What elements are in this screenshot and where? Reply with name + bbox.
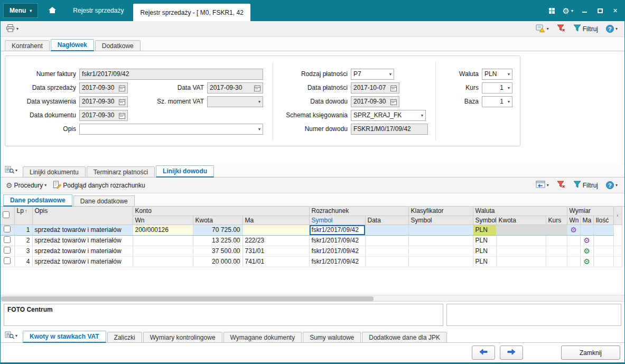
window-tab-rejestr-sprzedazy[interactable]: Rejestr sprzedaży: [63, 0, 133, 21]
cell-waluta-symbol[interactable]: PLN: [473, 235, 496, 246]
cell-klasyfikator-symbol[interactable]: [408, 235, 473, 246]
column-header-rozrachunek-symbol[interactable]: Symbol: [309, 216, 365, 225]
procedury-button[interactable]: ⚙ Procedury ▾: [4, 181, 48, 190]
waluta-dropdown[interactable]: PLN ▾: [482, 69, 512, 80]
cell-waluta-symbol[interactable]: PLN: [473, 256, 496, 267]
table-row-1[interactable]: 1 sprzedaż towarów i materiałów 200/0001…: [1, 225, 622, 235]
cell-waluta-kwota[interactable]: [496, 256, 546, 267]
cell-opis[interactable]: sprzedaż towarów i materiałów: [32, 235, 133, 246]
dimensions-gear-icon[interactable]: ⚙: [583, 247, 590, 255]
column-header-rozrachunek-data[interactable]: Data: [365, 216, 408, 225]
data-platnosci-field[interactable]: 2017-10-07: [351, 82, 399, 94]
chevron-down-icon[interactable]: ▾: [256, 99, 260, 104]
cell-wymiar-ilosc[interactable]: [593, 225, 613, 235]
calendar-icon[interactable]: [390, 99, 397, 105]
table-row-4[interactable]: 4 sprzedaż towarów i materiałów 20 000.0…: [1, 256, 622, 267]
cell-waluta-kurs[interactable]: [546, 235, 567, 246]
cell-klasyfikator-symbol[interactable]: [408, 246, 473, 256]
filter-button[interactable]: Filtruj: [572, 23, 600, 34]
tab-sumy-walutowe[interactable]: Sumy walutowe: [303, 332, 361, 343]
numer-dowodu-field[interactable]: FSKR1/M0/17/09/42: [351, 124, 428, 135]
cell-klasyfikator-symbol[interactable]: [408, 256, 473, 267]
column-group-wymiar[interactable]: Wymiar: [567, 207, 613, 216]
column-header-waluta-kurs[interactable]: Kurs: [546, 216, 567, 225]
column-header-waluta-symbol[interactable]: Symbol: [473, 216, 496, 225]
column-group-rozrachunek[interactable]: Rozrachunek: [309, 207, 408, 216]
cell-kwota[interactable]: 13 225.00: [193, 235, 242, 246]
cell-rozrachunek-symbol[interactable]: fskr1/2017/09/42: [309, 246, 365, 256]
cell-konto-ma[interactable]: 741/01: [242, 256, 309, 267]
schemat-ksiegowania-dropdown[interactable]: SPRZ_KRAJ_FK ▾: [351, 110, 426, 121]
cell-lp[interactable]: 2: [14, 235, 32, 246]
cell-kwota[interactable]: 37 500.00: [193, 246, 242, 256]
cell-rozrachunek-data[interactable]: [365, 256, 408, 267]
calendar-icon[interactable]: [119, 113, 125, 119]
cell-konto-wn[interactable]: [133, 246, 193, 256]
data-sprzedazy-field[interactable]: 2017-09-30: [79, 82, 128, 94]
cell-lp[interactable]: 4: [14, 256, 32, 267]
tab-dane-dodatkowe[interactable]: Dane dodatkowe: [73, 195, 135, 207]
apps-grid-icon[interactable]: [545, 0, 558, 21]
clear-filter-button[interactable]: [555, 180, 567, 191]
tab-wymiary-kontrolingowe[interactable]: Wymiary kontrolingowe: [143, 332, 222, 343]
tab-wymagane-dokumenty[interactable]: Wymagane dokumenty: [223, 332, 302, 343]
cell-rozrachunek-symbol[interactable]: fskr1/2017/09/42: [309, 235, 365, 246]
cell-wymiar-ilosc[interactable]: [593, 246, 613, 256]
column-group-konto[interactable]: Konto: [133, 207, 309, 216]
dimensions-gear-icon[interactable]: ⚙: [583, 236, 590, 245]
cell-lp[interactable]: 1: [14, 225, 32, 235]
cell-waluta-kwota[interactable]: [496, 225, 546, 235]
help-button[interactable]: ? ▾: [604, 24, 619, 34]
cell-kwota[interactable]: 70 725.00: [193, 225, 242, 235]
tab-zaliczki[interactable]: Zaliczki: [107, 332, 142, 343]
column-header-kwota[interactable]: Kwota: [193, 216, 242, 225]
organizer-warning-button[interactable]: ▾: [534, 23, 551, 35]
sz-moment-vat-dropdown[interactable]: ▾: [207, 96, 263, 107]
contractor-note-panel[interactable]: FOTO Centrum: [4, 304, 443, 326]
opis-dropdown[interactable]: ▾: [79, 124, 263, 135]
cell-wymiar-ma[interactable]: ⚙: [580, 246, 593, 256]
chevron-down-icon[interactable]: ▾: [506, 99, 510, 104]
cell-konto-ma[interactable]: [242, 225, 309, 235]
cell-wymiar-ma[interactable]: ⚙: [580, 256, 593, 267]
tab-linijki-dokumentu[interactable]: Linijki dokumentu: [23, 166, 86, 178]
chevron-down-icon[interactable]: ▾: [15, 168, 17, 173]
dock-panel-button[interactable]: ▾: [534, 180, 551, 191]
cell-konto-wn[interactable]: 200/000126: [133, 225, 193, 235]
data-dokumentu-field[interactable]: 2017-09-30: [79, 110, 128, 121]
cell-opis[interactable]: sprzedaż towarów i materiałów: [32, 256, 133, 267]
help-button[interactable]: ? ▾: [604, 180, 619, 190]
rodzaj-platnosci-dropdown[interactable]: P7 ▾: [351, 69, 394, 80]
cell-wymiar-ilosc[interactable]: [593, 256, 613, 267]
column-group-waluta[interactable]: Waluta: [473, 207, 567, 216]
calendar-icon[interactable]: [119, 85, 125, 91]
row-checkbox[interactable]: [4, 257, 11, 264]
tab-dodatkowe[interactable]: Dodatkowe: [95, 40, 141, 51]
calendar-icon[interactable]: [390, 85, 397, 91]
table-row-3[interactable]: 3 sprzedaż towarów i materiałów 37 500.0…: [1, 246, 622, 256]
chevron-down-icon[interactable]: ▾: [256, 127, 260, 132]
cell-rozrachunek-symbol[interactable]: fskr1/2017/09/42: [309, 256, 365, 267]
cell-waluta-kurs[interactable]: [546, 256, 567, 267]
kurs-dropdown[interactable]: 1 ▾: [482, 82, 512, 94]
zamknij-button[interactable]: Zamknij: [561, 346, 620, 360]
cell-konto-wn[interactable]: [133, 235, 193, 246]
cell-waluta-kurs[interactable]: [546, 225, 567, 235]
numer-faktury-field[interactable]: fskr1/2017/09/42: [79, 69, 263, 80]
column-header-waluta-kwota[interactable]: Kwota: [496, 216, 546, 225]
home-button[interactable]: [41, 0, 63, 21]
column-header-klasyfikator-symbol[interactable]: Symbol: [408, 216, 473, 225]
cell-konto-ma[interactable]: 731/01: [242, 246, 309, 256]
cell-wymiar-wn[interactable]: [567, 246, 580, 256]
column-header-opis[interactable]: Opis: [32, 207, 133, 225]
cell-opis[interactable]: sprzedaż towarów i materiałów: [32, 246, 133, 256]
settings-gear-button[interactable]: ⚙ ▾: [559, 0, 576, 21]
menu-button[interactable]: Menu ▾: [3, 3, 38, 18]
cell-wymiar-wn[interactable]: [567, 256, 580, 267]
chevron-down-icon[interactable]: ▾: [506, 72, 510, 77]
column-header-wymiar-ilosc[interactable]: Ilość: [593, 216, 613, 225]
tab-dane-podstawowe[interactable]: Dane podstawowe: [3, 194, 72, 207]
row-checkbox[interactable]: [4, 236, 11, 243]
cell-rozrachunek-data[interactable]: [365, 246, 408, 256]
cell-konto-ma[interactable]: 222/23: [242, 235, 309, 246]
